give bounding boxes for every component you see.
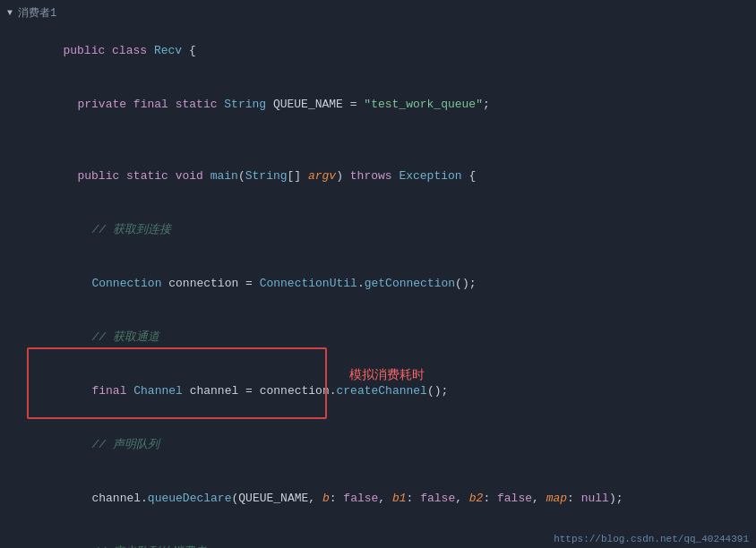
code-line: // 声明队列 [7,418,749,472]
collapse-icon: ▼ [7,8,13,18]
code-container: ▼ 消费者1 public class Recv { private final… [0,0,756,548]
code-line: public static void main(String[] argv) t… [7,150,749,203]
code-area: public class Recv { private final static… [0,24,756,548]
source-url: https://blog.csdn.net/qq_40244391 [554,534,749,544]
code-line: Connection connection = ConnectionUtil.g… [7,257,749,311]
code-line: // 获取到连接 [7,203,749,257]
code-line: public class Recv { [7,24,749,78]
code-line: channel.queueDeclare(QUEUE_NAME, b: fals… [7,472,749,526]
code-line [7,132,749,150]
annotation-label: 模拟消费耗时 [349,367,425,383]
code-line: private final static String QUEUE_NAME =… [7,78,749,132]
title-bar: ▼ 消费者1 [0,4,756,24]
file-title: 消费者1 [18,5,56,21]
code-line: // 获取通道 [7,311,749,364]
